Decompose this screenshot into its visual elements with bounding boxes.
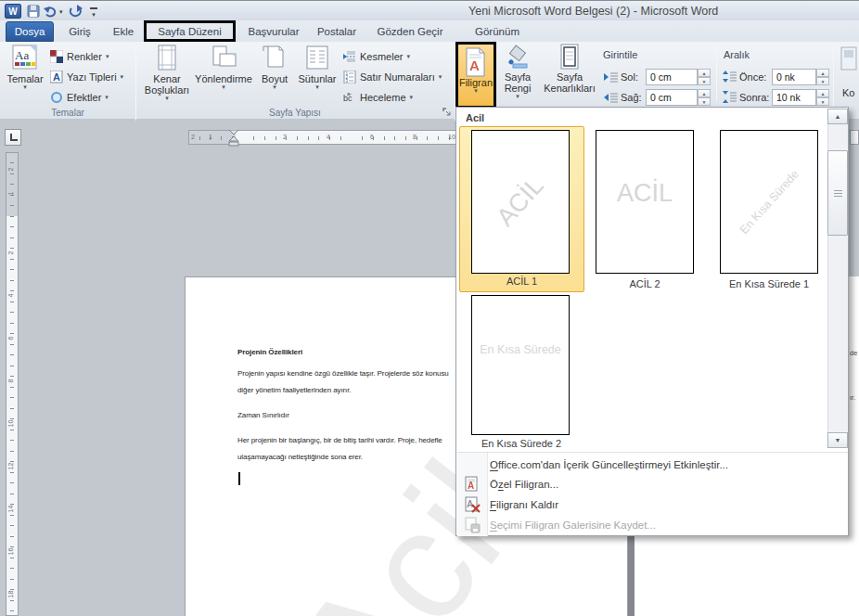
sayfa-rengi-label: Sayfa Rengi — [499, 71, 536, 94]
yazi-tipleri-button[interactable]: A Yazı Tipleri ▾ — [50, 68, 123, 85]
ruler-number: 4 — [327, 134, 330, 140]
boyut-button[interactable]: Boyut ▾ — [256, 44, 293, 107]
gallery-item-en-kisa-surede-2[interactable]: En Kısa Sürede — [471, 295, 570, 435]
sag-girinti-icon — [604, 92, 618, 103]
kesmeler-button[interactable]: Kesmeler ▾ — [343, 47, 410, 65]
horizontal-ruler-sliver — [850, 130, 859, 145]
ruler-number: 2 — [283, 134, 287, 140]
menu-item-galeriye-kaydet[interactable]: Seçimi Filigran Galerisine Kaydet... — [490, 515, 656, 534]
spin-up-icon: ▲ — [698, 69, 711, 77]
ruler-number: 2 — [191, 134, 195, 140]
chevron-down-icon: ▾ — [222, 84, 225, 90]
svg-text:A: A — [469, 58, 480, 73]
gallery-scrollbar-thumb[interactable] — [827, 150, 848, 236]
sayfa-rengi-icon — [505, 44, 531, 70]
temalar-button[interactable]: Aa Temalar ▾ — [4, 44, 46, 107]
sayfa-rengi-button[interactable]: Sayfa Rengi ▾ — [499, 44, 536, 107]
custom-watermark-icon: A — [464, 476, 481, 493]
tab-ekle[interactable]: Ekle — [104, 21, 143, 42]
yazi-tipleri-label: Yazı Tipleri — [67, 71, 117, 83]
menu-item-ozel-filigran[interactable]: Özel Filigran... — [490, 474, 558, 494]
menu-separator — [457, 452, 848, 453]
scroll-up-icon[interactable]: ▲ — [827, 109, 848, 124]
spin-down-icon: ▼ — [816, 97, 829, 106]
tab-stop-selector[interactable] — [5, 129, 21, 146]
ruler-number: 10 — [7, 420, 14, 428]
vertical-ruler[interactable]: 2 1 2 4 6 8 10 12 14 16 18 — [6, 152, 19, 616]
tab-gozden-gecir[interactable]: Gözden Geçir — [369, 21, 451, 42]
sol-girinti-input[interactable]: 0 cm — [646, 69, 698, 85]
dialog-launcher-icon[interactable] — [442, 108, 453, 118]
chevron-down-icon: ▾ — [406, 54, 410, 59]
renkler-button[interactable]: Renkler ▾ — [50, 47, 109, 65]
sutunlar-button[interactable]: Sütunlar ▾ — [295, 44, 340, 107]
chevron-down-icon: ▾ — [165, 96, 169, 101]
tab-postalar[interactable]: Postalar — [312, 21, 362, 42]
tab-giris[interactable]: Giriş — [58, 21, 101, 42]
efektler-label: Efektler — [67, 92, 101, 103]
efektler-icon — [50, 91, 63, 104]
spin-up-icon: ▲ — [816, 69, 829, 77]
ruler-number: 12 — [7, 463, 14, 470]
word-logo-icon[interactable]: W — [5, 4, 21, 19]
undo-dropdown-caret-icon[interactable]: ▾ — [59, 8, 63, 16]
sonra-araligi-spinner[interactable]: ▲▼ — [816, 89, 829, 106]
yonlendirme-icon — [210, 44, 237, 71]
sol-label: Sol: — [621, 71, 638, 83]
ruler-number: 6 — [370, 134, 374, 140]
undo-icon[interactable] — [44, 6, 58, 18]
sonra-araligi-input[interactable]: 10 nk — [772, 89, 816, 106]
gallery-item-acil-2[interactable]: ACİL — [596, 130, 694, 274]
ruler-number: 4 — [7, 294, 14, 298]
satir-numaralari-icon: 123 — [343, 71, 356, 83]
svg-text:A: A — [53, 71, 60, 83]
chevron-down-icon: ▾ — [121, 74, 124, 80]
renkler-label: Renkler — [67, 51, 102, 62]
girintile-label: Girintile — [603, 49, 637, 60]
gallery-item-en-kisa-surede-1[interactable]: En Kısa Sürede — [720, 130, 818, 274]
scroll-down-icon[interactable]: ▼ — [827, 432, 848, 448]
ruler-number: 2 — [7, 251, 14, 255]
svg-text:A: A — [467, 499, 473, 509]
once-araligi-spinner[interactable]: ▲▼ — [816, 69, 829, 85]
ruler-number: 10 — [448, 134, 455, 140]
kenar-bosluklari-icon — [153, 44, 181, 71]
doc-paragraph-line: diğer yönetim faaliyetlerinden ayırır. — [237, 386, 352, 394]
yonlendirme-button[interactable]: Yönlendirme ▾ — [195, 44, 252, 107]
save-icon[interactable] — [27, 5, 40, 18]
tab-sayfa-duzeni[interactable]: Sayfa Düzeni — [147, 21, 233, 42]
chevron-down-icon: ▾ — [23, 84, 27, 90]
tab-gorunum[interactable]: Görünüm — [469, 21, 525, 42]
sag-girinti-spinner[interactable]: ▲▼ — [698, 89, 711, 106]
sol-girinti-spinner[interactable]: ▲▼ — [698, 69, 711, 85]
tab-basvurular[interactable]: Başvurular — [243, 21, 304, 42]
ruler-number: 1 — [209, 134, 212, 140]
once-araligi-input[interactable]: 0 nk — [772, 69, 816, 85]
filigran-button[interactable]: A Filigran ▾ — [455, 42, 496, 109]
redo-icon[interactable] — [69, 5, 83, 18]
tab-dosya[interactable]: Dosya — [6, 21, 54, 42]
text-cursor — [238, 472, 240, 485]
indent-marker[interactable] — [228, 130, 239, 147]
renkler-icon — [50, 50, 63, 63]
thumb-watermark-text: ACİL — [596, 179, 693, 208]
menu-item-office-content[interactable]: Office.com'dan İçerik Güncelleştirmeyi E… — [490, 455, 728, 474]
ribbon-tab-row: Dosya Giriş Ekle Sayfa Düzeni Başvurular… — [0, 20, 859, 42]
qat-customize-icon[interactable]: ▾ — [89, 6, 98, 18]
sag-label: Sağ: — [621, 92, 642, 103]
menu-item-filigrani-kaldir[interactable]: Filigranı Kaldır — [490, 494, 558, 514]
gallery-item-label: En Kısa Sürede 2 — [456, 438, 586, 449]
sayfa-kenarliklari-button[interactable]: Sayfa Kenarlıkları — [538, 44, 601, 107]
sayfa-yapisi-group-label: Sayfa Yapısı — [135, 108, 455, 118]
efektler-button[interactable]: Efektler ▾ — [50, 88, 109, 106]
kesmeler-icon — [343, 50, 356, 63]
sag-girinti-input[interactable]: 0 cm — [646, 89, 698, 106]
satir-numaralari-button[interactable]: 123 Satır Numaraları ▾ — [343, 68, 442, 85]
kenar-bosluklari-button[interactable]: Kenar Boşlukları ▾ — [141, 44, 193, 107]
heceleme-button[interactable]: bc a- Heceleme ▾ — [343, 88, 413, 106]
gallery-item-acil-1[interactable]: ACİL — [471, 130, 570, 274]
chevron-down-icon: ▾ — [516, 94, 519, 99]
filigran-gallery-dropdown: Acil ACİL ACİL 1 ACİL ACİL 2 En Kısa Sür… — [455, 107, 849, 536]
sonra-label: Sonra: — [739, 92, 769, 103]
sutunlar-icon — [303, 44, 331, 71]
